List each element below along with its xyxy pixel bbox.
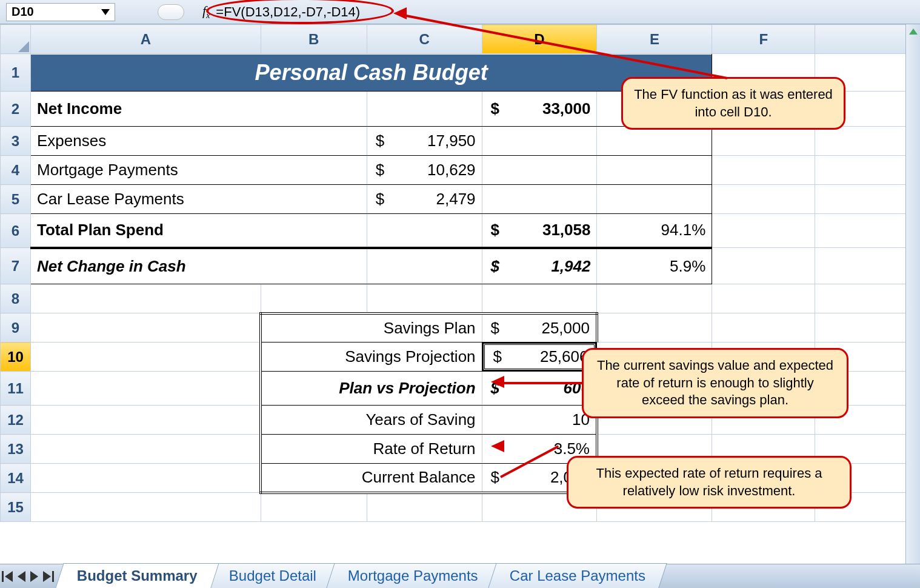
value-expenses: $17,950	[367, 127, 482, 155]
name-box[interactable]: D10	[6, 3, 115, 21]
col-header-F[interactable]: F	[712, 25, 815, 54]
annotation-arrow-head-2	[491, 376, 504, 388]
row-header-2[interactable]: 2	[1, 92, 31, 127]
tab-nav-buttons	[0, 564, 56, 588]
callout-rate-of-return: This expected rate of return requires a …	[567, 456, 852, 509]
label-total-spend: Total Plan Spend	[31, 214, 367, 247]
label-mortgage: Mortgage Payments	[31, 156, 367, 184]
callout-savings-value: The current savings value and expected r…	[582, 348, 848, 418]
value-net-income: $33,000	[482, 92, 597, 126]
label-carlease: Car Lease Payments	[31, 185, 367, 213]
fx-icon[interactable]: fx	[202, 3, 210, 21]
value-net-change-pct: 5.9%	[597, 249, 712, 284]
label-years: Years of Saving	[262, 406, 481, 434]
col-header-A[interactable]: A	[30, 25, 261, 54]
excel-window: D10 fx =FV(D13,D12,-D7,-D14) A B C D E F…	[0, 0, 920, 588]
sheet-tab-budget-summary[interactable]: Budget Summary	[55, 563, 219, 588]
annotation-arrow-head-3	[491, 440, 504, 452]
row-header-3[interactable]: 3	[1, 127, 31, 156]
sheet-tab-bar: Budget Summary Budget Detail Mortgage Pa…	[0, 564, 920, 588]
tab-nav-prev-icon[interactable]	[18, 571, 25, 582]
cancel-enter-oval	[158, 4, 184, 20]
col-header-B[interactable]: B	[261, 25, 367, 54]
col-header-C[interactable]: C	[367, 25, 482, 54]
row-header-1[interactable]: 1	[1, 54, 31, 92]
label-curbal: Current Balance	[262, 464, 481, 492]
col-header-E[interactable]: E	[597, 25, 712, 54]
name-box-dropdown-icon[interactable]	[101, 9, 110, 15]
title-banner: Personal Cash Budget	[31, 55, 712, 91]
row-header-12[interactable]: 12	[1, 406, 31, 435]
col-header-blank[interactable]	[815, 25, 920, 54]
value-net-change: $1,942	[482, 249, 597, 284]
tab-nav-last-icon[interactable]	[43, 571, 51, 582]
row-header-15[interactable]: 15	[1, 493, 31, 522]
label-net-income: Net Income	[31, 92, 367, 126]
formula-bar: D10 fx =FV(D13,D12,-D7,-D14)	[0, 0, 920, 24]
value-years: 10	[482, 406, 596, 434]
formula-text[interactable]: =FV(D13,D12,-D7,-D14)	[216, 4, 360, 20]
row-header-14[interactable]: 14	[1, 464, 31, 493]
row-header-10[interactable]: 10	[1, 342, 31, 372]
sheet-tab-car-lease-payments[interactable]: Car Lease Payments	[488, 563, 667, 588]
row-header-13[interactable]: 13	[1, 435, 31, 464]
value-savings-plan: $25,000	[482, 315, 596, 342]
label-pvp: Plan vs Projection	[262, 372, 481, 405]
sheet-tab-budget-detail[interactable]: Budget Detail	[207, 563, 338, 588]
value-total-spend-pct: 94.1%	[597, 214, 712, 247]
sheet-tab-mortgage-payments[interactable]: Mortgage Payments	[326, 563, 499, 588]
scroll-up-icon[interactable]	[906, 24, 920, 39]
vertical-scrollbar[interactable]	[905, 24, 920, 564]
annotation-arrow-head-1	[393, 7, 407, 19]
callout-fv-function: The FV function as it was entered into c…	[621, 77, 845, 130]
row-header-11[interactable]: 11	[1, 372, 31, 406]
label-savings-plan: Savings Plan	[262, 315, 481, 342]
label-rate: Rate of Return	[262, 435, 481, 463]
row-header-7[interactable]: 7	[1, 248, 31, 284]
name-box-value: D10	[12, 5, 34, 19]
row-header-6[interactable]: 6	[1, 214, 31, 248]
value-mortgage: $10,629	[367, 156, 482, 184]
annotation-arrow-line-2	[501, 382, 582, 384]
value-carlease: $2,479	[367, 185, 482, 213]
select-all-corner[interactable]	[1, 25, 31, 54]
label-savings-projection: Savings Projection	[262, 342, 481, 371]
row-header-4[interactable]: 4	[1, 156, 31, 185]
label-net-change: Net Change in Cash	[31, 249, 367, 284]
value-savings-projection[interactable]: $25,606	[485, 345, 595, 369]
tab-nav-next-icon[interactable]	[30, 571, 38, 582]
row-header-5[interactable]: 5	[1, 185, 31, 214]
select-all-icon	[18, 41, 29, 52]
row-header-8[interactable]: 8	[1, 284, 31, 313]
value-total-spend: $31,058	[482, 214, 597, 247]
row-header-9[interactable]: 9	[1, 313, 31, 342]
tab-nav-first-icon[interactable]	[5, 571, 13, 582]
label-expenses: Expenses	[31, 127, 367, 155]
